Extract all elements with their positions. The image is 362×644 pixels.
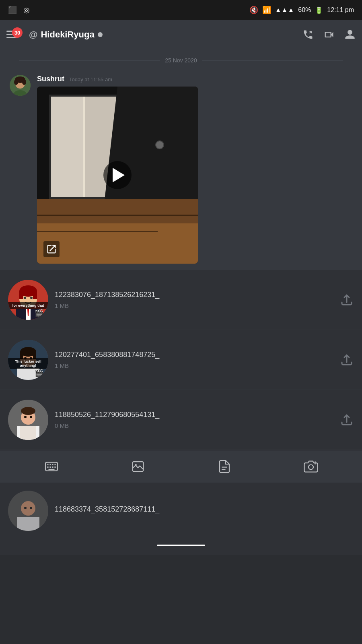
at-icon: @ xyxy=(29,29,37,40)
file-item-partial: 118683374_358152728687111_ xyxy=(0,483,362,539)
wifi-icon: 📶 xyxy=(262,6,271,14)
svg-rect-13 xyxy=(37,223,198,264)
status-bar: ⬛ ◎ 🔇 📶 ▲▲▲ 60% 🔋 12:11 pm xyxy=(0,0,362,20)
message-author: Sushrut xyxy=(37,75,64,83)
svg-point-16 xyxy=(156,141,164,149)
svg-point-42 xyxy=(30,416,32,418)
bottom-toolbar xyxy=(0,450,362,483)
channel-header: 30 @ HidekiRyuga xyxy=(0,20,362,49)
svg-rect-52 xyxy=(48,469,54,470)
file-info-3: 118850526_112790680554131_ 0 MB xyxy=(55,411,333,429)
upload-icon-2[interactable] xyxy=(339,353,354,367)
file-thumbnail[interactable]: This fucker sell anything! 🎬 xyxy=(8,340,48,380)
svg-point-62 xyxy=(30,507,32,509)
file-item: 118850526_112790680554131_ 0 MB xyxy=(0,390,362,450)
svg-point-55 xyxy=(309,465,313,470)
external-link-icon[interactable] xyxy=(43,241,60,257)
file-info-2: 120277401_658380881748725_ 1 MB xyxy=(55,351,333,369)
file-size-2: 1 MB xyxy=(55,362,333,369)
svg-point-4 xyxy=(22,79,26,85)
image-button[interactable] xyxy=(127,455,149,478)
file-name-2[interactable]: 120277401_658380881748725_ xyxy=(55,351,333,359)
file-size-3: 0 MB xyxy=(55,422,333,429)
file-size-1: 1 MB xyxy=(55,302,333,309)
svg-point-38 xyxy=(21,407,35,415)
thumb-label-1: for everything that xyxy=(8,302,48,309)
svg-rect-40 xyxy=(20,426,36,440)
status-right-icons: 🔇 📶 ▲▲▲ 60% 🔋 12:11 pm xyxy=(249,6,354,14)
upload-icon-1[interactable] xyxy=(339,293,354,307)
svg-point-59 xyxy=(21,501,35,516)
svg-rect-21 xyxy=(33,291,37,299)
svg-point-61 xyxy=(24,507,27,509)
header-title-section: @ HidekiRyuga xyxy=(29,29,302,40)
clock: 12:11 pm xyxy=(327,6,354,14)
svg-rect-49 xyxy=(49,466,51,468)
svg-rect-48 xyxy=(47,466,48,468)
file-list-area: for everything that 🎬 122383076_18713852… xyxy=(0,270,362,555)
chat-area: 25 Nov 2020 Sushrut Today at 11:55 am xyxy=(0,49,362,270)
file-info-1: 122383076_187138526216231_ 1 MB xyxy=(55,291,333,309)
header-actions xyxy=(302,29,356,40)
play-triangle xyxy=(113,168,125,182)
upload-icon-3[interactable] xyxy=(339,413,354,427)
document-button[interactable] xyxy=(213,455,236,478)
message-header: Sushrut Today at 11:55 am xyxy=(37,75,352,83)
video-attachment[interactable] xyxy=(37,87,198,264)
svg-rect-44 xyxy=(47,464,48,465)
svg-point-22 xyxy=(24,297,26,299)
file-name-partial: 118683374_358152728687111_ xyxy=(55,505,354,514)
svg-rect-50 xyxy=(52,466,53,468)
video-file-icon-1: 🎬 xyxy=(35,309,43,318)
file-name-3[interactable]: 118850526_112790680554131_ xyxy=(55,411,333,419)
notification-badge: 30 xyxy=(12,27,23,38)
svg-point-23 xyxy=(30,297,33,299)
menu-button[interactable]: 30 xyxy=(6,31,18,38)
nav-bar xyxy=(0,539,362,555)
photo-icon: ⬛ xyxy=(8,6,17,14)
date-text: 25 Nov 2020 xyxy=(165,57,197,64)
svg-point-41 xyxy=(24,416,27,418)
svg-rect-47 xyxy=(54,464,56,465)
battery-percent: 60% xyxy=(298,6,311,14)
thumbnail-preview-partial xyxy=(8,491,48,531)
avatar[interactable] xyxy=(10,75,31,96)
phone-call-icon[interactable] xyxy=(302,29,314,40)
play-button[interactable] xyxy=(103,161,132,189)
file-name-1[interactable]: 122383076_187138526216231_ xyxy=(55,291,333,299)
file-item: This fucker sell anything! 🎬 120277401_6… xyxy=(0,330,362,390)
message-row: Sushrut Today at 11:55 am xyxy=(10,72,352,270)
file-thumbnail-partial xyxy=(8,491,48,531)
video-call-icon[interactable] xyxy=(323,29,335,40)
file-item: for everything that 🎬 122383076_18713852… xyxy=(0,270,362,330)
battery-icon: 🔋 xyxy=(315,6,323,14)
online-status-dot xyxy=(98,32,103,37)
svg-rect-9 xyxy=(51,97,83,197)
message-time: Today at 11:55 am xyxy=(69,76,112,83)
thumbnail-preview-3 xyxy=(8,400,48,440)
home-indicator xyxy=(157,545,205,546)
profile-icon[interactable] xyxy=(344,29,356,40)
thumb-label-2: This fucker sell anything! xyxy=(8,358,48,369)
date-separator: 25 Nov 2020 xyxy=(10,49,352,72)
file-thumbnail[interactable] xyxy=(8,400,48,440)
camera-plus-button[interactable] xyxy=(300,455,322,478)
svg-rect-46 xyxy=(52,464,53,465)
file-info-partial: 118683374_358152728687111_ xyxy=(55,505,354,517)
keyboard-button[interactable] xyxy=(40,455,63,478)
svg-point-3 xyxy=(14,79,18,85)
svg-rect-51 xyxy=(54,466,56,468)
svg-rect-45 xyxy=(49,464,51,465)
status-left-icons: ⬛ ◎ xyxy=(8,6,30,14)
video-file-icon-2: 🎬 xyxy=(35,369,43,378)
svg-rect-60 xyxy=(17,517,39,531)
instagram-icon: ◎ xyxy=(23,6,30,14)
file-thumbnail[interactable]: for everything that 🎬 xyxy=(8,280,48,320)
message-content: Sushrut Today at 11:55 am xyxy=(37,75,352,264)
channel-name: HidekiRyuga xyxy=(41,29,94,40)
mute-icon: 🔇 xyxy=(249,6,258,14)
svg-rect-20 xyxy=(19,291,23,299)
signal-icon: ▲▲▲ xyxy=(275,6,294,14)
